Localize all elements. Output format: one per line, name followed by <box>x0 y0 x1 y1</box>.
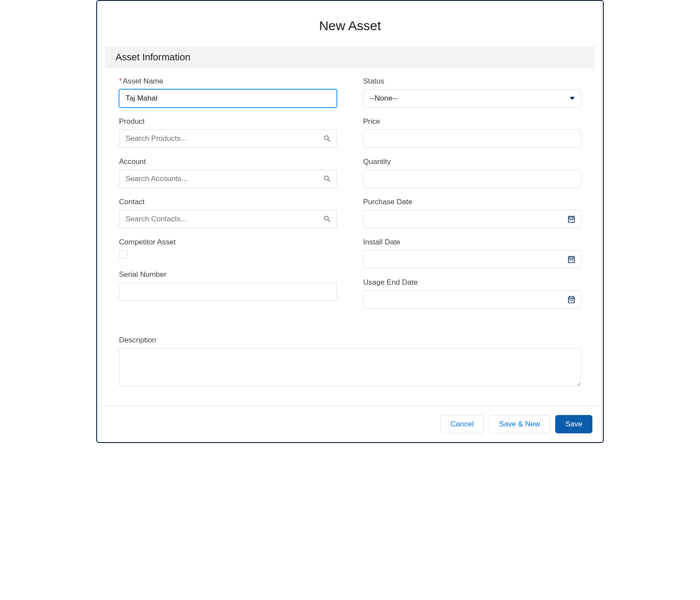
product-label: Product <box>119 117 337 126</box>
modal-footer: Cancel Save & New Save <box>97 406 603 442</box>
purchase-date-label: Purchase Date <box>363 198 581 206</box>
product-input[interactable] <box>119 129 337 148</box>
quantity-input[interactable] <box>363 170 581 188</box>
price-label: Price <box>363 117 581 126</box>
purchase-date-input[interactable] <box>363 210 581 228</box>
form-body: *Asset Name Product Account <box>97 68 603 336</box>
description-group: Description <box>97 336 603 406</box>
new-asset-modal: New Asset Asset Information *Asset Name … <box>96 0 604 443</box>
section-header: Asset Information <box>105 46 595 68</box>
purchase-date-group: Purchase Date <box>363 198 581 228</box>
contact-group: Contact <box>119 198 337 228</box>
description-textarea[interactable] <box>119 348 581 387</box>
section-title: Asset Information <box>116 52 584 63</box>
asset-name-group: *Asset Name <box>119 77 337 108</box>
serial-number-input[interactable] <box>119 283 337 301</box>
usage-end-date-wrapper <box>363 290 581 309</box>
install-date-wrapper <box>363 250 581 269</box>
install-date-group: Install Date <box>363 238 581 269</box>
contact-input[interactable] <box>119 210 337 228</box>
purchase-date-wrapper <box>363 210 581 228</box>
usage-end-date-label: Usage End Date <box>363 278 581 287</box>
status-select[interactable]: --None-- <box>363 89 581 108</box>
save-and-new-button[interactable]: Save & New <box>489 415 550 433</box>
usage-end-date-input[interactable] <box>363 290 581 309</box>
usage-end-date-group: Usage End Date <box>363 278 581 309</box>
serial-number-group: Serial Number <box>119 270 337 301</box>
competitor-asset-group: Competitor Asset <box>119 238 337 261</box>
form-column-left: *Asset Name Product Account <box>119 77 337 318</box>
asset-name-input[interactable] <box>119 89 337 108</box>
product-group: Product <box>119 117 337 148</box>
form-column-right: Status --None-- Price Quantity Purchase … <box>363 77 581 318</box>
price-input[interactable] <box>363 129 581 148</box>
description-label: Description <box>119 336 581 345</box>
modal-header: New Asset <box>97 1 603 46</box>
contact-lookup-wrapper <box>119 210 337 228</box>
modal-title: New Asset <box>97 18 603 33</box>
install-date-label: Install Date <box>363 238 581 247</box>
install-date-input[interactable] <box>363 250 581 269</box>
asset-name-label: *Asset Name <box>119 77 337 86</box>
account-input[interactable] <box>119 170 337 188</box>
status-select-wrapper: --None-- <box>363 89 581 108</box>
account-label: Account <box>119 157 337 166</box>
cancel-button[interactable]: Cancel <box>441 415 484 433</box>
serial-number-label: Serial Number <box>119 270 337 279</box>
account-lookup-wrapper <box>119 170 337 188</box>
quantity-group: Quantity <box>363 157 581 188</box>
price-group: Price <box>363 117 581 148</box>
status-group: Status --None-- <box>363 77 581 108</box>
save-button[interactable]: Save <box>555 415 592 433</box>
quantity-label: Quantity <box>363 157 581 166</box>
competitor-asset-checkbox[interactable] <box>119 250 128 259</box>
status-label: Status <box>363 77 581 86</box>
required-asterisk: * <box>119 77 122 85</box>
product-lookup-wrapper <box>119 129 337 148</box>
asset-name-label-text: Asset Name <box>123 77 164 85</box>
account-group: Account <box>119 157 337 188</box>
contact-label: Contact <box>119 198 337 206</box>
competitor-asset-label: Competitor Asset <box>119 238 337 247</box>
